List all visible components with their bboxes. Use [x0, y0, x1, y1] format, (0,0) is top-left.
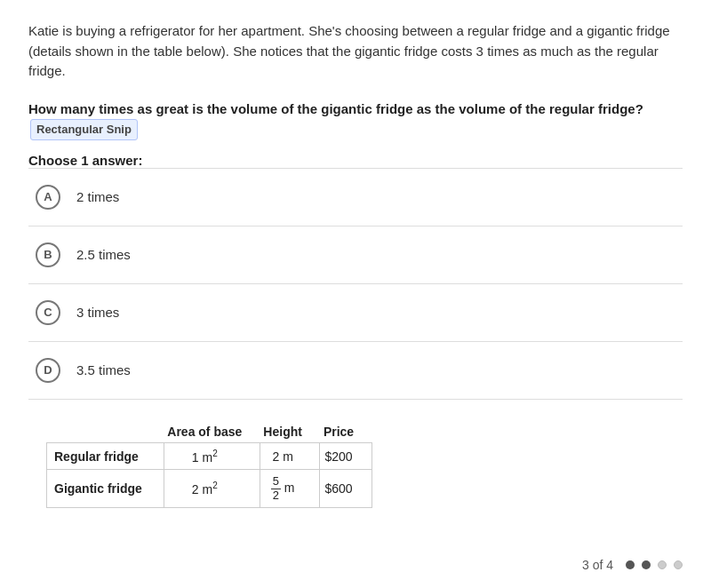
regular-fridge-area: 1 m2: [164, 442, 260, 470]
question-label: How many times as great is the volume of…: [28, 101, 643, 116]
problem-text: Katie is buying a refrigerator for her a…: [28, 21, 683, 82]
fridge-table: Area of base Height Price Regular fridge…: [46, 421, 372, 508]
page-label: 3 of 4: [582, 558, 613, 572]
answer-text-c: 3 times: [76, 305, 119, 320]
gigantic-fridge-area: 2 m2: [164, 470, 260, 508]
table-row-gigantic: Gigantic fridge 2 m2 5 2 m $600: [47, 470, 372, 508]
regular-fridge-name: Regular fridge: [47, 442, 164, 470]
col-header-name: [47, 421, 164, 443]
answer-text-a: 2 times: [76, 189, 119, 204]
dot-4: [674, 560, 683, 569]
tooltip-badge: Rectangular Snip: [30, 119, 138, 140]
main-container: Katie is buying a refrigerator for her a…: [0, 0, 711, 561]
fraction-numerator: 5: [271, 475, 281, 489]
regular-fridge-price: $200: [320, 442, 371, 470]
fraction-denominator: 2: [271, 489, 281, 502]
col-header-price: Price: [320, 421, 371, 443]
gigantic-fridge-height: 5 2 m: [260, 470, 320, 508]
answer-item-c[interactable]: C 3 times: [28, 284, 683, 342]
col-header-area: Area of base: [164, 421, 260, 443]
choose-label: Choose 1 answer:: [28, 153, 683, 168]
answer-item-b[interactable]: B 2.5 times: [28, 226, 683, 284]
answer-list: A 2 times B 2.5 times C 3 times D 3.5 ti…: [28, 168, 683, 400]
answer-item-a[interactable]: A 2 times: [28, 169, 683, 226]
dot-3: [658, 560, 667, 569]
gigantic-fridge-price: $600: [320, 470, 371, 508]
height-fraction: 5 2: [271, 475, 281, 502]
regular-fridge-height: 2 m: [260, 442, 320, 470]
answer-circle-b: B: [36, 242, 60, 267]
col-header-height: Height: [260, 421, 320, 443]
question-text: How many times as great is the volume of…: [28, 99, 683, 140]
table-section: Area of base Height Price Regular fridge…: [28, 421, 683, 508]
dot-2: [642, 560, 651, 569]
answer-text-b: 2.5 times: [76, 247, 131, 262]
table-row-regular: Regular fridge 1 m2 2 m $200: [47, 442, 372, 470]
pagination-footer: 3 of 4: [582, 558, 683, 572]
answer-circle-c: C: [36, 300, 60, 325]
gigantic-fridge-name: Gigantic fridge: [47, 470, 164, 508]
answer-text-d: 3.5 times: [76, 362, 131, 377]
height-unit: m: [284, 481, 295, 495]
answer-item-d[interactable]: D 3.5 times: [28, 342, 683, 400]
answer-circle-d: D: [36, 358, 60, 383]
dot-1: [626, 560, 635, 569]
answer-circle-a: A: [36, 185, 60, 210]
